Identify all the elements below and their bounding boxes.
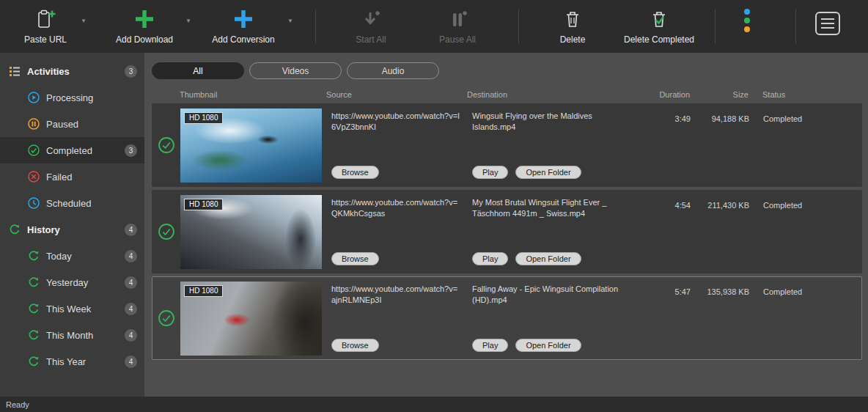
destination-cell: Wingsuit Flying over the Maldives Island… <box>468 108 644 183</box>
table-header: Thumbnail Source Destination Duration Si… <box>152 90 862 99</box>
status-bar: Ready <box>0 397 868 412</box>
paste-url-dropdown-icon[interactable]: ▼ <box>78 18 89 24</box>
history-yesterday-icon <box>28 276 40 288</box>
pause-all-label: Pause All <box>439 34 476 45</box>
completed-check-icon <box>152 281 180 356</box>
delete-icon <box>562 7 584 31</box>
sidebar-label: This Month <box>46 330 93 341</box>
tab-all[interactable]: All <box>152 62 244 79</box>
activities-list-icon <box>9 65 21 77</box>
delete-completed-label: Delete Completed <box>624 34 694 45</box>
paste-url-label: Paste URL <box>24 34 67 45</box>
sidebar-item-processing[interactable]: Processing <box>0 84 144 111</box>
failed-icon <box>28 171 40 183</box>
hamburger-menu-icon[interactable] <box>815 12 840 35</box>
size-value: 94,188 KB <box>691 108 749 183</box>
start-all-button[interactable]: Start All <box>337 0 405 53</box>
sidebar-item-this-month[interactable]: This Month 4 <box>0 322 144 348</box>
dots-menu-icon[interactable] <box>744 9 750 32</box>
pause-all-button[interactable]: Pause All <box>424 0 491 53</box>
play-button[interactable]: Play <box>472 339 508 352</box>
completed-icon <box>28 144 40 156</box>
browse-button[interactable]: Browse <box>331 166 379 179</box>
add-conversion-button[interactable]: Add Conversion <box>202 0 284 53</box>
col-duration: Duration <box>643 90 690 99</box>
sidebar-item-completed[interactable]: Completed 3 <box>0 137 144 163</box>
play-button[interactable]: Play <box>472 252 508 265</box>
source-cell: https://www.youtube.com/watch?v=QKMkhCsg… <box>327 194 468 269</box>
processing-icon <box>28 92 40 103</box>
quality-badge: HD 1080 <box>184 199 223 210</box>
table-row[interactable]: HD 1080 https://www.youtube.com/watch?v=… <box>152 190 862 273</box>
destination-filename: My Most Brutal Wingsuit Flight Ever _ Tä… <box>472 197 636 219</box>
toolbar-separator <box>315 10 316 43</box>
sidebar-label: Failed <box>46 172 72 183</box>
this-month-count-badge: 4 <box>125 329 137 342</box>
sidebar-item-activities[interactable]: Activities 3 <box>0 58 144 84</box>
yesterday-count-badge: 4 <box>125 276 137 289</box>
sidebar-item-scheduled[interactable]: Scheduled <box>0 190 144 216</box>
start-all-icon <box>360 7 382 31</box>
destination-cell: Falling Away - Epic Wingsuit Compilation… <box>468 281 644 356</box>
open-folder-button[interactable]: Open Folder <box>515 339 581 352</box>
add-download-icon <box>133 7 155 31</box>
sidebar-label: Scheduled <box>46 198 91 209</box>
completed-check-icon <box>152 194 180 269</box>
sidebar-item-this-year[interactable]: This Year 4 <box>0 348 144 375</box>
open-folder-button[interactable]: Open Folder <box>515 166 581 179</box>
download-list: HD 1080 https://www.youtube.com/watch?v=… <box>152 103 862 360</box>
sidebar-item-history[interactable]: History 4 <box>0 216 144 243</box>
add-download-label: Add Download <box>116 34 173 45</box>
history-today-icon <box>28 250 40 262</box>
add-download-dropdown-icon[interactable]: ▼ <box>183 18 194 24</box>
paste-url-button[interactable]: Paste URL <box>13 0 78 53</box>
browse-button[interactable]: Browse <box>331 252 379 265</box>
completed-count-badge: 3 <box>125 144 137 157</box>
col-source: Source <box>326 90 467 99</box>
sidebar-item-this-week[interactable]: This Week 4 <box>0 295 144 322</box>
history-week-icon <box>28 303 40 314</box>
tab-audio[interactable]: Audio <box>347 62 439 79</box>
sidebar-label: Completed <box>46 145 92 156</box>
sidebar-label: This Week <box>46 304 91 314</box>
paste-url-icon <box>34 7 56 31</box>
sidebar-item-yesterday[interactable]: Yesterday 4 <box>0 269 144 295</box>
sidebar-label: Activities <box>27 66 70 77</box>
add-download-button[interactable]: Add Download <box>106 0 183 53</box>
destination-filename: Falling Away - Epic Wingsuit Compilation… <box>472 284 636 306</box>
video-thumbnail: HD 1080 <box>180 108 327 183</box>
col-thumbnail: Thumbnail <box>180 90 326 99</box>
sidebar-label: Paused <box>46 119 78 130</box>
add-conversion-dropdown-icon[interactable]: ▼ <box>284 18 296 24</box>
status-text: Ready <box>6 400 29 409</box>
delete-button[interactable]: Delete <box>543 0 602 53</box>
video-thumbnail: HD 1080 <box>180 194 327 269</box>
play-button[interactable]: Play <box>472 166 508 179</box>
toolbar-separator <box>795 10 796 43</box>
start-all-label: Start All <box>356 34 386 45</box>
table-row[interactable]: HD 1080 https://www.youtube.com/watch?v=… <box>152 276 862 360</box>
sidebar-item-paused[interactable]: Paused <box>0 111 144 137</box>
duration-value: 4:54 <box>644 194 691 269</box>
sidebar-item-today[interactable]: Today 4 <box>0 243 144 269</box>
history-month-icon <box>28 329 40 341</box>
duration-value: 3:49 <box>644 108 691 183</box>
sidebar-label: This Year <box>46 356 86 367</box>
destination-filename: Wingsuit Flying over the Maldives Island… <box>472 111 636 133</box>
history-count-badge: 4 <box>125 224 137 236</box>
history-year-icon <box>28 356 40 367</box>
browse-button[interactable]: Browse <box>331 339 379 352</box>
history-icon <box>9 224 21 235</box>
sidebar-label: Today <box>46 251 72 262</box>
delete-label: Delete <box>560 34 586 45</box>
delete-completed-button[interactable]: Delete Completed <box>611 0 707 53</box>
table-row[interactable]: HD 1080 https://www.youtube.com/watch?v=… <box>152 103 862 187</box>
sidebar-item-failed[interactable]: Failed <box>0 163 144 190</box>
paused-icon <box>28 118 40 130</box>
sidebar: Activities 3 Processing Paused Completed… <box>0 53 144 397</box>
open-folder-button[interactable]: Open Folder <box>515 252 581 265</box>
tab-videos[interactable]: Videos <box>249 62 342 79</box>
col-destination: Destination <box>467 90 643 99</box>
scheduled-icon <box>28 197 40 209</box>
quality-badge: HD 1080 <box>184 285 223 297</box>
